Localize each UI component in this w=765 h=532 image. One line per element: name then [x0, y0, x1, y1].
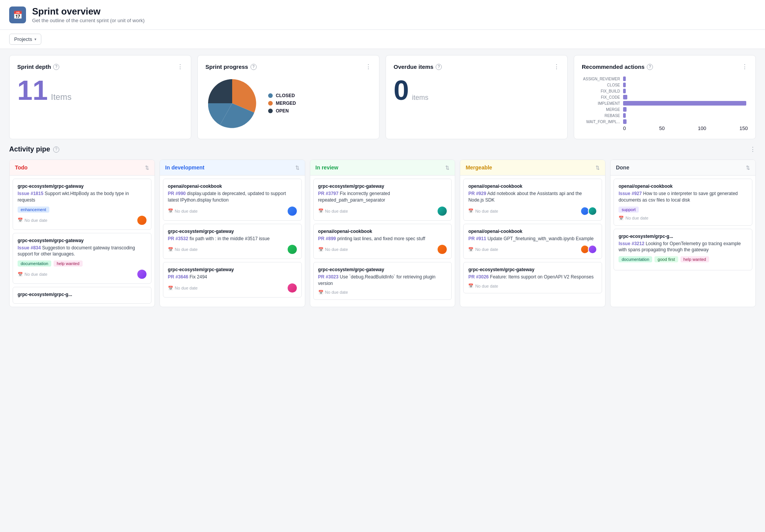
inreview-item-3: grpc-ecosystem/grpc-gateway PR #3023 Use…	[313, 262, 452, 300]
legend-open: OPEN	[268, 108, 296, 114]
overdue-header: Overdue items ? ⋮	[394, 63, 560, 70]
item-due: 📅No due date	[468, 283, 498, 288]
overdue-unit: items	[412, 94, 428, 102]
col-done-items: openai/openai-cookbook Issue #927 How to…	[610, 176, 755, 273]
activity-help[interactable]: ?	[53, 146, 59, 153]
bar-fill	[623, 89, 626, 93]
item-tags: documentation good first help wanted	[619, 256, 747, 262]
avatar	[137, 270, 146, 279]
bar-row: MERGE	[582, 107, 748, 112]
item-repo: grpc-ecosystem/grpc-gateway	[18, 238, 146, 243]
avatar	[438, 207, 447, 216]
column-mergeable: Mergeable ⇅ openai/openai-cookbook PR #9…	[460, 159, 605, 307]
bar-axis: 0 50 100 150	[582, 125, 748, 131]
overdue-items-card: Overdue items ? ⋮ 0 items	[386, 55, 568, 139]
avatar-group	[580, 207, 597, 216]
recommended-help[interactable]: ?	[647, 64, 653, 70]
bar-label: REBASE	[582, 114, 620, 118]
item-due: 📅No due date	[18, 218, 47, 223]
bar-fill	[623, 119, 627, 124]
bar-row: CLOSE	[582, 83, 748, 87]
col-indev-items: openai/openai-cookbook PR #990 display.u…	[160, 176, 305, 301]
col-todo-sort-icon[interactable]: ⇅	[145, 165, 149, 171]
bar-label: MERGE	[582, 107, 620, 112]
mergeable-item-1: openai/openai-cookbook PR #929 Add noteb…	[463, 179, 602, 221]
overdue-menu[interactable]: ⋮	[553, 63, 560, 70]
inreview-item-1: grpc-ecosystem/grpc-gateway PR #3797 Fix…	[313, 179, 452, 221]
col-indev-header: In development ⇅	[160, 160, 305, 176]
bar-row: FIX_BUILD	[582, 89, 748, 93]
bar-track	[623, 113, 748, 118]
bar-fill	[623, 83, 626, 87]
tag-help-wanted: help wanted	[54, 260, 82, 267]
col-inreview-items: grpc-ecosystem/grpc-gateway PR #3797 Fix…	[310, 176, 455, 303]
item-desc: PR #899 printing last lines, and fixed m…	[318, 236, 447, 242]
todo-item-1: grpc-ecosystem/grpc-gateway Issue #1815 …	[13, 179, 151, 230]
col-indev-sort-icon[interactable]: ⇅	[295, 165, 299, 171]
overdue-help[interactable]: ?	[436, 64, 442, 70]
item-tags: enhancement	[18, 207, 146, 213]
item-due: 📅No due date	[318, 208, 348, 213]
page-title: Sprint overview	[32, 6, 145, 17]
item-due: 📅No due date	[468, 247, 498, 252]
column-inreview: In review ⇅ grpc-ecosystem/grpc-gateway …	[310, 159, 456, 307]
bar-label: CLOSE	[582, 83, 620, 87]
col-inreview-title: In review	[316, 164, 339, 171]
bar-track	[623, 95, 748, 99]
sprint-progress-menu[interactable]: ⋮	[365, 63, 371, 70]
item-repo: openai/openai-cookbook	[468, 229, 597, 234]
item-due: 📅No due date	[168, 247, 198, 252]
pie-chart	[205, 76, 259, 130]
item-desc: PR #3646 Fix 2494	[168, 274, 297, 280]
avatar	[588, 207, 597, 216]
open-dot	[268, 109, 273, 113]
mergeable-item-3: grpc-ecosystem/grpc-gateway PR #3026 Fea…	[463, 262, 602, 293]
item-tags: documentation help wanted	[18, 260, 146, 267]
chevron-down-icon: ▾	[34, 37, 36, 41]
closed-dot	[268, 93, 273, 98]
legend-closed: CLOSED	[268, 93, 296, 98]
kanban-board: Todo ⇅ grpc-ecosystem/grpc-gateway Issue…	[9, 159, 756, 307]
indev-item-2: grpc-ecosystem/grpc-gateway PR #3532 fix…	[163, 224, 302, 259]
projects-button[interactable]: Projects ▾	[9, 34, 41, 45]
bar-row: FIX_CODE	[582, 95, 748, 99]
page-header: 📅 Sprint overview Get the outline of the…	[0, 0, 765, 30]
item-footer: 📅No due date	[168, 207, 297, 216]
calendar-icon: 📅	[13, 10, 23, 20]
tag-documentation: documentation	[18, 260, 51, 267]
recommended-actions-card: Recommended actions ? ⋮ ASSIGN_REVIEWER …	[574, 55, 756, 139]
item-footer: 📅No due date	[468, 245, 597, 254]
bar-chart: ASSIGN_REVIEWER CLOSE FIX_BUILD FIX_CODE…	[582, 76, 748, 124]
recommended-menu[interactable]: ⋮	[742, 63, 748, 70]
item-desc: PR #929 Add notebook about the Assistant…	[468, 190, 597, 203]
activity-menu[interactable]: ⋮	[750, 146, 756, 153]
col-mergeable-title: Mergeable	[466, 164, 492, 171]
avatar	[438, 245, 447, 254]
done-item-1: openai/openai-cookbook Issue #927 How to…	[614, 179, 752, 226]
col-inreview-header: In review ⇅	[310, 160, 455, 176]
item-repo: grpc-ecosystem/grpc-g...	[18, 292, 146, 297]
indev-item-3: grpc-ecosystem/grpc-gateway PR #3646 Fix…	[163, 262, 302, 298]
sprint-depth-help[interactable]: ?	[53, 64, 59, 70]
item-desc: PR #911 Update GPT_finetuning_with_wandb…	[468, 236, 597, 242]
bar-label: FIX_CODE	[582, 95, 620, 99]
col-done-sort-icon[interactable]: ⇅	[746, 165, 750, 171]
col-inreview-sort-icon[interactable]: ⇅	[445, 165, 449, 171]
bar-row: ASSIGN_REVIEWER	[582, 76, 748, 81]
item-footer: 📅No due date	[318, 207, 447, 216]
item-due: 📅No due date	[168, 286, 198, 291]
recommended-title: Recommended actions ?	[582, 63, 653, 70]
item-repo: grpc-ecosystem/grpc-gateway	[468, 267, 597, 272]
bar-track	[623, 83, 748, 87]
sprint-progress-help[interactable]: ?	[251, 64, 257, 70]
sprint-depth-menu[interactable]: ⋮	[177, 63, 183, 70]
sprint-progress-header: Sprint progress ? ⋮	[205, 63, 371, 70]
item-repo: grpc-ecosystem/grpc-gateway	[18, 184, 146, 189]
column-todo: Todo ⇅ grpc-ecosystem/grpc-gateway Issue…	[9, 159, 155, 307]
bar-label: IMPLEMENT	[582, 101, 620, 106]
bar-fill	[623, 95, 627, 99]
item-footer: 📅No due date	[18, 216, 146, 225]
recommended-header: Recommended actions ? ⋮	[582, 63, 748, 70]
inreview-item-2: openai/openai-cookbook PR #899 printing …	[313, 224, 452, 259]
col-mergeable-sort-icon[interactable]: ⇅	[596, 165, 600, 171]
